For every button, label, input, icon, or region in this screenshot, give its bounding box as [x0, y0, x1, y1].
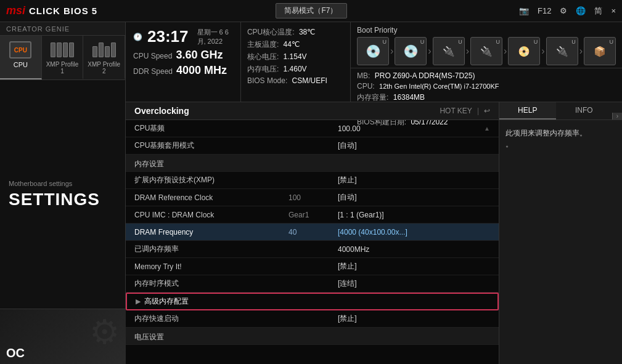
- tab-info[interactable]: INFO: [556, 102, 613, 119]
- core-voltage-label: 核心电压:: [247, 52, 279, 61]
- camera-icon: 📷: [519, 6, 529, 15]
- xmp-tech-value: [禁止]: [338, 175, 490, 185]
- tab-xmp2[interactable]: XMP Profile 2: [83, 36, 125, 79]
- row-current-mem-freq[interactable]: 已调内存频率 4000MHz: [126, 241, 499, 258]
- hotkey-back-icon[interactable]: ↩: [484, 107, 490, 115]
- oc-thumbnail[interactable]: ⚙ OC: [0, 309, 126, 364]
- mb-info-row: MB: PRO Z690-A DDR4(MS-7D25): [357, 71, 616, 80]
- profile-tabs: CPU CPU XMP Profile 1: [0, 36, 125, 79]
- core-voltage-value: 1.154V: [284, 52, 307, 61]
- boot-item-0[interactable]: 💿 U: [357, 37, 389, 65]
- ddr-speed-value: 4000 MHz: [176, 64, 227, 77]
- boot-item-3[interactable]: 🔌 U: [470, 37, 502, 65]
- right-panel-collapse-button[interactable]: ›: [612, 113, 622, 119]
- xmp2-icon: [92, 42, 116, 57]
- row-cpu-base-mode[interactable]: CPU基频套用模式 [自动]: [126, 137, 499, 155]
- mem-timing-mode-name: 内存时序模式: [134, 278, 288, 289]
- mem-fast-boot-name: 内存快速启动: [134, 313, 288, 324]
- language-icon[interactable]: 🌐: [576, 6, 586, 15]
- dram-freq-value: [4000 (40x100.00x...]: [338, 228, 490, 237]
- cpu-base-freq-name: CPU基频: [134, 123, 288, 134]
- cpu-base-mode-value: [自动]: [338, 140, 490, 151]
- row-advanced-mem-config[interactable]: ▶ 高级内存配置: [126, 293, 499, 310]
- row-cpu-base-freq[interactable]: CPU基频 100.00 ▲: [126, 120, 499, 137]
- row-cpu-imc-dram[interactable]: CPU IMC : DRAM Clock Gear1 [1 : 1 (Gear1…: [126, 206, 499, 224]
- right-help-panel: HELP INFO › 此项用来调整内存频率。 。: [499, 102, 622, 364]
- boot-priority-label: Boot Priority: [357, 26, 616, 34]
- tab-xmp1-label: XMP Profile 1: [44, 61, 81, 75]
- simple-mode-button[interactable]: 简易模式（F7）: [275, 3, 346, 18]
- settings-title: SETTINGS: [9, 190, 100, 209]
- mb-temp-row: 主板温度: 44℃: [247, 39, 344, 50]
- settings-icon[interactable]: ⚙: [560, 6, 567, 15]
- row-voltage-settings: 电压设置: [126, 328, 499, 345]
- row-memory-try-it[interactable]: Memory Try It! [禁止]: [126, 258, 499, 275]
- dram-freq-mid: 40: [288, 228, 338, 237]
- boot-item-2[interactable]: 🔌 U: [433, 37, 465, 65]
- mem-timing-mode-value: [连结]: [338, 278, 490, 289]
- top-right-controls: 📷 F12 ⚙ 🌐 简 ×: [519, 6, 616, 17]
- boot-item-6[interactable]: 📦 U: [584, 37, 616, 65]
- dram-ref-clock-value: [自动]: [338, 192, 490, 203]
- lang-label: 简: [594, 6, 602, 17]
- bios-mode-row: BIOS Mode: CSM/UEFI: [247, 76, 344, 85]
- datetime-row: 🕐 23:17 星期一 6 6月, 2022: [133, 27, 233, 46]
- cpu-speed-row: CPU Speed 3.60 GHz: [133, 49, 233, 62]
- boot-item-5[interactable]: 🔌 U: [546, 37, 578, 65]
- top-bar: msi CLICK BIOS 5 简易模式（F7） 📷 F12 ⚙ 🌐 简 ×: [0, 0, 622, 22]
- dram-ref-clock-name: DRAM Reference Clock: [134, 193, 288, 202]
- oc-bg-icon: ⚙: [89, 312, 120, 352]
- dram-freq-name: DRAM Frequency: [134, 228, 288, 237]
- current-mem-freq-value: 4000MHz: [338, 245, 490, 254]
- xmp1-icon: [51, 42, 74, 57]
- hotkey-divider: |: [477, 107, 479, 115]
- advanced-mem-config-name: 高级内存配置: [144, 296, 298, 307]
- boot-arrow-4: ›: [504, 46, 507, 57]
- boot-item-4[interactable]: 📀 U: [508, 37, 540, 65]
- oc-panel: Overclocking HOT KEY | ↩ CPU基频: [126, 102, 499, 364]
- overclocking-header: Overclocking HOT KEY | ↩: [126, 102, 499, 120]
- boot-arrow-6: ›: [579, 46, 583, 57]
- row-xmp-tech[interactable]: 扩展内存预设技术(XMP) [禁止]: [126, 172, 499, 189]
- bios-mode-label: BIOS Mode:: [247, 76, 287, 85]
- cpu-temp-label: CPU核心温度:: [247, 28, 295, 36]
- current-mem-freq-name: 已调内存频率: [134, 244, 288, 254]
- cpu-icon: CPU: [9, 41, 31, 59]
- row-dram-freq[interactable]: DRAM Frequency 40 [4000 (40x100.00x...]: [126, 224, 499, 241]
- cpu-imc-dram-name: CPU IMC : DRAM Clock: [134, 211, 288, 219]
- row-mem-fast-boot[interactable]: 内存快速启动 [禁止]: [126, 310, 499, 328]
- memory-try-it-value: [禁止]: [338, 261, 490, 272]
- oc-panel-title: Overclocking: [134, 106, 189, 116]
- boot-items-row: 💿 U › 💿 U › 🔌 U: [357, 37, 616, 65]
- tab-cpu[interactable]: CPU CPU: [0, 36, 42, 79]
- tab-xmp1[interactable]: XMP Profile 1: [42, 36, 84, 79]
- help-dot: 。: [505, 140, 513, 148]
- close-button[interactable]: ×: [611, 6, 616, 15]
- tab-help[interactable]: HELP: [499, 102, 556, 119]
- expand-arrow-icon: ▶: [136, 297, 141, 305]
- voltage-settings-name: 电压设置: [134, 332, 288, 342]
- hotkey-label: HOT KEY: [440, 107, 472, 115]
- clock-display: 23:17: [147, 27, 189, 46]
- oc-settings-table: CPU基频 100.00 ▲ CPU基频套用模式 [自动]: [126, 120, 499, 364]
- memory-try-it-name: Memory Try It!: [134, 262, 288, 271]
- top-center: 简易模式（F7）: [275, 3, 346, 18]
- cpu-base-freq-value: 100.00: [338, 124, 484, 133]
- row-dram-ref-clock[interactable]: DRAM Reference Clock 100 [自动]: [126, 189, 499, 206]
- scroll-triangle: ▲: [484, 125, 490, 132]
- help-text: 此项用来调整内存频率。: [505, 129, 587, 137]
- ddr-speed-label: DDR Speed: [133, 67, 173, 76]
- mem-voltage-value: 1.460V: [284, 65, 307, 73]
- mem-size-label: 内存容量:: [357, 93, 388, 102]
- cpu-info-row: CPU: 12th Gen Intel(R) Core(TM) i7-12700…: [357, 82, 616, 91]
- core-voltage-row: 核心电压: 1.154V: [247, 52, 344, 62]
- settings-label: Motherboard settings: [9, 180, 72, 187]
- boot-arrow-5: ›: [541, 46, 544, 57]
- hotkey-row: HOT KEY | ↩: [440, 107, 490, 115]
- row-mem-timing-mode[interactable]: 内存时序模式 [连结]: [126, 275, 499, 293]
- cpu-base-mode-name: CPU基频套用模式: [134, 140, 288, 151]
- cpu-temp-row: CPU核心温度: 38℃: [247, 27, 344, 38]
- boot-item-1[interactable]: 💿 U: [395, 37, 427, 65]
- settings-section: Motherboard settings SETTINGS: [0, 79, 125, 309]
- boot-priority-section: Boot Priority 💿 U › 💿 U ›: [351, 22, 622, 68]
